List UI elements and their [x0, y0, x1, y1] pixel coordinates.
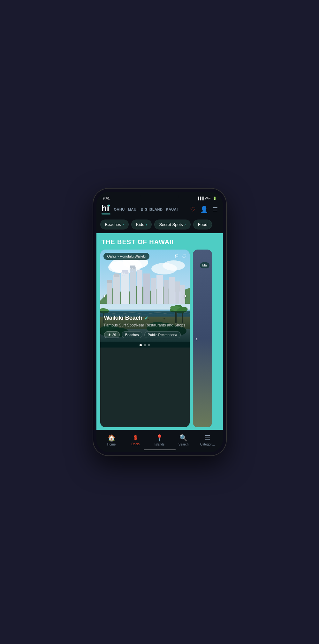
status-time: 9:41: [103, 196, 110, 200]
peek-card-label: Ma: [200, 262, 209, 268]
verified-badge: ✔: [144, 315, 148, 321]
category-secret-spots[interactable]: Secret Spots ›: [154, 220, 190, 229]
svg-rect-27: [130, 268, 131, 269]
app-header: hi OAHU MAUI BIG ISLAND KAUAI ♡ 👤 ☰: [96, 201, 223, 218]
category-food[interactable]: Food: [193, 220, 212, 229]
svg-rect-7: [107, 281, 112, 304]
home-indicator: [144, 449, 176, 450]
svg-rect-26: [124, 275, 125, 276]
signal-icon: ▐▐▐: [197, 197, 203, 200]
app-logo: hi: [102, 204, 110, 213]
card-overlay: Oahu > Honolulu Waikiki ⎘ ♡: [103, 253, 186, 260]
nav-maui[interactable]: MAUI: [128, 207, 138, 211]
arrow-icon: ›: [146, 222, 147, 227]
peek-card: Ma ‹: [193, 250, 212, 427]
share-icon[interactable]: ⎘: [175, 253, 178, 260]
islands-icon: 📍: [156, 434, 163, 442]
svg-rect-15: [137, 270, 142, 304]
svg-rect-29: [130, 271, 131, 272]
svg-rect-23: [122, 273, 123, 274]
deals-icon: $: [134, 434, 137, 441]
category-beaches[interactable]: Beaches ›: [100, 220, 129, 229]
profile-icon[interactable]: 👤: [200, 206, 208, 213]
header-icons: ♡ 👤 ☰: [190, 206, 218, 213]
section-title: THE BEST OF HAWAII: [96, 233, 223, 250]
home-icon: 🏠: [108, 434, 116, 442]
nav-oahu[interactable]: OAHU: [114, 207, 125, 211]
card-next-button[interactable]: ›: [184, 292, 186, 300]
dot-3: [148, 344, 150, 346]
card-prev-button[interactable]: ‹: [103, 292, 106, 300]
nav-kauai[interactable]: KAUAI: [166, 207, 178, 211]
card-location: Oahu > Honolulu Waikiki: [103, 253, 149, 260]
notch: [141, 192, 179, 201]
nav-categories[interactable]: ☰ Categori...: [199, 434, 216, 446]
svg-rect-8: [107, 280, 112, 283]
nav-home-label: Home: [107, 443, 116, 446]
card-tags: 👁 29 Beaches Public Recreationa: [104, 331, 186, 338]
svg-rect-9: [113, 275, 120, 304]
status-icons: ▐▐▐ WiFi 🔋: [197, 197, 216, 200]
logo-dot: [108, 205, 110, 206]
phone-screen: 9:41 ▐▐▐ WiFi 🔋 hi OAHU MAUI BIG ISLAND …: [96, 192, 223, 452]
svg-rect-10: [114, 273, 119, 277]
svg-rect-19: [163, 280, 169, 304]
svg-rect-30: [132, 271, 133, 272]
svg-rect-20: [169, 277, 175, 304]
card-title-row: Waikiki Beach ✔: [104, 315, 186, 321]
svg-rect-12: [122, 270, 128, 274]
card-subtitle: Famous Surf Spot/Near Restaurants and Sh…: [104, 323, 186, 328]
battery-icon: 🔋: [213, 197, 216, 200]
svg-point-5: [163, 260, 185, 271]
nav-deals-label: Deals: [131, 442, 140, 446]
svg-rect-25: [122, 275, 123, 276]
nav-categories-label: Categori...: [200, 443, 215, 446]
menu-icon[interactable]: ☰: [213, 206, 218, 213]
card-image: Oahu > Honolulu Waikiki ⎘ ♡ ‹ › Waikiki …: [100, 250, 190, 342]
cards-wrapper: Oahu > Honolulu Waikiki ⎘ ♡ ‹ › Waikiki …: [96, 250, 223, 430]
nav-islands[interactable]: 📍 Islands: [151, 434, 168, 446]
nav-home[interactable]: 🏠 Home: [103, 434, 120, 446]
like-icon[interactable]: ♡: [181, 253, 186, 260]
dot-1: [140, 344, 142, 346]
card-body: Waikiki Beach ✔ Famous Surf Spot/Near Re…: [100, 311, 190, 342]
svg-rect-24: [124, 273, 125, 274]
svg-rect-17: [151, 278, 156, 304]
views-tag: 👁 29: [104, 331, 120, 338]
logo-underline: [102, 213, 110, 214]
card-dots: [100, 342, 190, 348]
category-kids[interactable]: Kids ›: [131, 220, 152, 229]
svg-rect-21: [175, 281, 180, 304]
dot-2: [144, 344, 146, 346]
search-icon: 🔍: [179, 434, 187, 442]
svg-rect-13: [130, 267, 136, 304]
nav-search[interactable]: 🔍 Search: [175, 434, 192, 446]
nav-search-label: Search: [178, 443, 189, 446]
logo-container: hi: [102, 204, 111, 214]
card-actions: ⎘ ♡: [175, 253, 186, 260]
main-content: THE BEST OF HAWAII: [96, 233, 223, 430]
island-nav: OAHU MAUI BIG ISLAND KAUAI: [114, 207, 186, 211]
peek-prev-button[interactable]: ‹: [195, 335, 197, 342]
svg-rect-16: [143, 273, 150, 304]
eye-icon: 👁: [108, 333, 111, 337]
featured-card: Oahu > Honolulu Waikiki ⎘ ♡ ‹ › Waikiki …: [100, 250, 190, 427]
nav-islands-label: Islands: [155, 443, 165, 446]
card-title: Waikiki Beach: [104, 315, 142, 321]
category-bar: Beaches › Kids › Secret Spots › Food: [96, 218, 223, 233]
categories-icon: ☰: [205, 434, 210, 442]
svg-rect-28: [132, 268, 133, 269]
svg-rect-11: [121, 272, 129, 304]
view-count: 29: [112, 333, 116, 337]
svg-rect-18: [156, 275, 163, 304]
tag-recreation[interactable]: Public Recreationa: [144, 331, 181, 338]
arrow-icon: ›: [185, 222, 186, 227]
phone-frame: 9:41 ▐▐▐ WiFi 🔋 hi OAHU MAUI BIG ISLAND …: [93, 188, 227, 456]
arrow-icon: ›: [123, 222, 124, 227]
favorites-icon[interactable]: ♡: [190, 206, 196, 213]
tag-beaches[interactable]: Beaches: [122, 331, 142, 338]
nav-big-island[interactable]: BIG ISLAND: [141, 207, 163, 211]
wifi-icon: WiFi: [205, 197, 211, 200]
nav-deals[interactable]: $ Deals: [127, 434, 144, 446]
